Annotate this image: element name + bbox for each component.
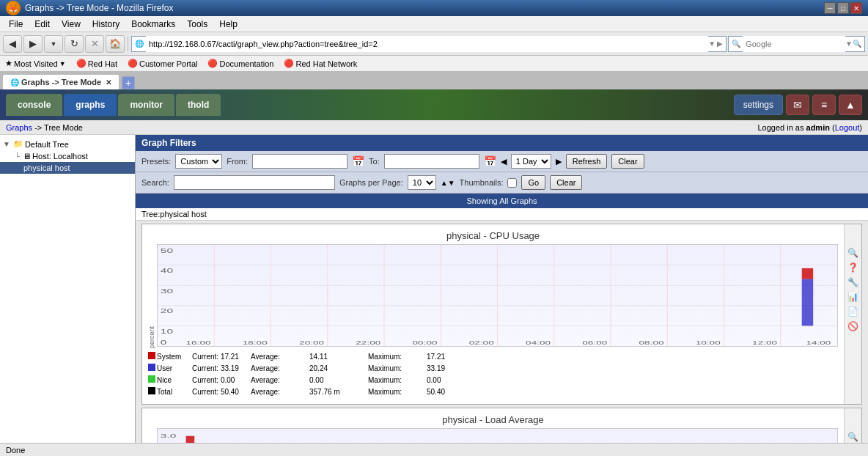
status-bar: Done xyxy=(0,443,868,456)
login-info: Logged in as admin (Logout) xyxy=(757,123,862,132)
from-calendar-icon[interactable]: 📅 xyxy=(352,155,364,167)
svg-text:18:00: 18:00 xyxy=(243,339,268,345)
main-area: ▼ 📁 Default Tree └ 🖥 Host: Localhost phy… xyxy=(0,135,868,456)
legend-total-avg: 357.76 m xyxy=(309,386,368,398)
tab-console[interactable]: console xyxy=(6,94,62,116)
cpu-graph-svg: 50 40 30 20 10 0 16:00 18:0 xyxy=(157,244,838,347)
mail-button[interactable]: ✉ xyxy=(786,95,809,115)
load-zoom-icon[interactable]: 🔍 xyxy=(847,430,860,444)
forward-button[interactable]: ▶ xyxy=(23,35,43,53)
breadcrumb-sep1: -> xyxy=(34,123,44,132)
time-back-icon[interactable]: ◀ xyxy=(501,157,507,166)
bookmark-redhat-network[interactable]: 🔴 Red Hat Network xyxy=(282,58,359,69)
to-input[interactable] xyxy=(384,154,479,169)
bookmark-redhat[interactable]: 🔴 Red Hat xyxy=(74,58,119,69)
minimize-button[interactable]: ─ xyxy=(824,2,836,14)
menu-history[interactable]: History xyxy=(87,18,125,31)
menu-tools[interactable]: Tools xyxy=(181,18,213,31)
cpu-graph-title: physical - CPU Usage xyxy=(148,230,838,241)
to-calendar-icon[interactable]: 📅 xyxy=(484,155,496,167)
customer-portal-icon: 🔴 xyxy=(128,59,138,68)
cpu-graph-area: percent xyxy=(148,244,838,348)
tab-thold[interactable]: thold xyxy=(176,94,221,116)
go-button[interactable]: Go xyxy=(521,175,545,190)
svg-text:40: 40 xyxy=(161,268,173,275)
svg-text:22:00: 22:00 xyxy=(356,339,380,345)
back-button[interactable]: ◀ xyxy=(3,35,22,53)
chart-icon[interactable]: 📊 xyxy=(847,290,860,304)
tab-monitor[interactable]: monitor xyxy=(118,94,174,116)
graphs-per-page-select[interactable]: 10 25 50 xyxy=(408,175,436,190)
cpu-svg-container: 50 40 30 20 10 0 16:00 18:0 xyxy=(157,244,838,348)
home-button[interactable]: 🏠 xyxy=(106,35,125,53)
delete-icon[interactable]: 🚫 xyxy=(847,320,860,333)
firefox-logo: 🦊 xyxy=(6,1,21,15)
new-tab-button[interactable]: + xyxy=(122,76,135,89)
address-go[interactable]: ▶ xyxy=(717,40,723,48)
search-submit[interactable]: 🔍 xyxy=(853,40,861,48)
bookmark-customer-portal[interactable]: 🔴 Customer Portal xyxy=(125,58,199,69)
legend-nice-max-label: Maximum: xyxy=(368,375,427,386)
svg-text:0: 0 xyxy=(161,339,167,346)
cpu-graph-container: physical - CPU Usage percent xyxy=(141,224,862,405)
time-forward-icon[interactable]: ▶ xyxy=(556,157,562,166)
menu-view[interactable]: View xyxy=(56,18,87,31)
tree-host[interactable]: └ 🖥 Host: Localhost xyxy=(0,150,135,162)
zoom-icon[interactable]: 🔍 xyxy=(847,246,860,260)
legend-total-max: 50.40 xyxy=(427,386,485,398)
from-label: From: xyxy=(227,157,248,166)
tree-default[interactable]: ▼ 📁 Default Tree xyxy=(0,138,135,150)
from-input[interactable] xyxy=(252,154,347,169)
address-dropdown[interactable]: ▼ xyxy=(708,40,716,48)
menu-icon-button[interactable]: ≡ xyxy=(812,95,836,115)
menu-edit[interactable]: Edit xyxy=(29,18,56,31)
address-input[interactable] xyxy=(146,36,708,52)
tree-physical-host[interactable]: physical host xyxy=(0,162,135,174)
tree-host-expand: └ xyxy=(15,152,20,161)
address-icon: 🌐 xyxy=(135,40,144,48)
search-dropdown[interactable]: ▼ xyxy=(845,40,853,48)
breadcrumb-graphs[interactable]: Graphs xyxy=(6,123,32,132)
bookmark-documentation[interactable]: 🔴 Documentation xyxy=(205,58,276,69)
status-text: Done xyxy=(6,446,25,455)
tab-close[interactable]: ✕ xyxy=(106,78,111,87)
reload-button[interactable]: ↻ xyxy=(65,35,84,53)
legend-user-max-label: Maximum: xyxy=(368,363,427,375)
menu-bookmarks[interactable]: Bookmarks xyxy=(125,18,181,31)
clear-button-2[interactable]: Clear xyxy=(550,175,582,190)
logout-link[interactable]: Logout xyxy=(835,123,860,132)
per-page-arrows[interactable]: ▲▼ xyxy=(441,179,455,187)
chart-button[interactable]: ▲ xyxy=(839,95,862,115)
page-icon[interactable]: 📄 xyxy=(847,305,860,318)
history-dropdown[interactable]: ▼ xyxy=(44,35,63,53)
nav-bar: ◀ ▶ ▼ ↻ ✕ 🏠 🌐 ▼ ▶ 🔍 ▼ 🔍 xyxy=(0,32,868,56)
legend-nice-current: Current: 0.00 xyxy=(192,375,251,386)
cpu-graph-icons: 🔍 ❓ 🔧 📊 📄 🚫 xyxy=(844,224,861,404)
menu-file[interactable]: File xyxy=(3,18,29,31)
help-icon[interactable]: ❓ xyxy=(847,261,860,274)
presets-select[interactable]: Custom xyxy=(175,154,222,169)
stop-button[interactable]: ✕ xyxy=(85,35,104,53)
refresh-button[interactable]: Refresh xyxy=(566,154,608,169)
search-input[interactable] xyxy=(743,36,845,52)
settings-button[interactable]: settings xyxy=(734,95,783,115)
legend-user-avg: 20.24 xyxy=(309,363,368,375)
graph-filters-header: Graph Filters xyxy=(136,135,868,151)
filter-row-1: Presets: Custom From: 📅 To: 📅 ◀ 1 Day ▶ … xyxy=(136,151,868,172)
tab-graphs[interactable]: graphs xyxy=(64,94,117,116)
menu-help[interactable]: Help xyxy=(213,18,243,31)
clear-button-1[interactable]: Clear xyxy=(611,154,644,169)
maximize-button[interactable]: □ xyxy=(837,2,849,14)
close-button[interactable]: ✕ xyxy=(850,2,862,14)
time-range-select[interactable]: 1 Day xyxy=(511,154,551,169)
cpu-legend: System Current: 17.21 Average: 14.11 Max… xyxy=(148,351,838,398)
legend-system-max-label: Maximum: xyxy=(368,351,427,363)
search-filter-input[interactable] xyxy=(174,175,335,190)
svg-text:02:00: 02:00 xyxy=(469,339,494,345)
active-tab[interactable]: 🌐 Graphs -> Tree Mode ✕ xyxy=(3,75,119,89)
wrench-icon[interactable]: 🔧 xyxy=(847,276,860,289)
bookmark-most-visited[interactable]: ★ Most Visited ▼ xyxy=(3,58,68,69)
svg-text:00:00: 00:00 xyxy=(413,339,438,345)
thumbnails-checkbox[interactable] xyxy=(507,178,517,188)
folder-icon: 📁 xyxy=(13,139,23,149)
